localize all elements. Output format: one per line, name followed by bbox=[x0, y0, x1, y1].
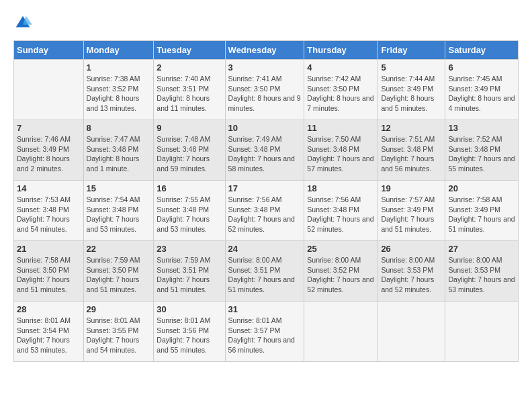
calendar-cell: 12Sunrise: 7:51 AM Sunset: 3:48 PM Dayli… bbox=[378, 120, 445, 181]
day-info: Sunrise: 7:50 AM Sunset: 3:48 PM Dayligh… bbox=[307, 134, 375, 174]
col-header-sunday: Sunday bbox=[14, 41, 84, 60]
calendar-cell: 23Sunrise: 7:59 AM Sunset: 3:51 PM Dayli… bbox=[154, 241, 225, 302]
calendar-cell: 14Sunrise: 7:53 AM Sunset: 3:48 PM Dayli… bbox=[14, 181, 84, 241]
day-info: Sunrise: 8:01 AM Sunset: 3:54 PM Dayligh… bbox=[17, 316, 81, 355]
day-info: Sunrise: 7:58 AM Sunset: 3:50 PM Dayligh… bbox=[17, 255, 81, 295]
calendar-cell: 13Sunrise: 7:52 AM Sunset: 3:48 PM Dayli… bbox=[445, 120, 519, 181]
day-number: 12 bbox=[381, 123, 442, 133]
calendar-cell: 9Sunrise: 7:48 AM Sunset: 3:48 PM Daylig… bbox=[154, 120, 225, 181]
calendar-cell: 24Sunrise: 8:00 AM Sunset: 3:51 PM Dayli… bbox=[225, 241, 304, 302]
calendar-cell: 20Sunrise: 7:58 AM Sunset: 3:49 PM Dayli… bbox=[445, 181, 519, 241]
logo bbox=[13, 13, 34, 32]
day-number: 24 bbox=[228, 244, 302, 254]
calendar-cell: 4Sunrise: 7:42 AM Sunset: 3:50 PM Daylig… bbox=[304, 60, 378, 120]
day-info: Sunrise: 8:00 AM Sunset: 3:53 PM Dayligh… bbox=[381, 255, 442, 295]
calendar-cell: 21Sunrise: 7:58 AM Sunset: 3:50 PM Dayli… bbox=[14, 241, 84, 302]
calendar-cell: 19Sunrise: 7:57 AM Sunset: 3:49 PM Dayli… bbox=[378, 181, 445, 241]
day-number: 28 bbox=[17, 304, 81, 314]
day-number: 14 bbox=[17, 183, 81, 193]
col-header-friday: Friday bbox=[378, 41, 445, 60]
day-number: 16 bbox=[157, 183, 222, 193]
calendar-cell: 2Sunrise: 7:40 AM Sunset: 3:51 PM Daylig… bbox=[154, 60, 225, 120]
day-info: Sunrise: 7:49 AM Sunset: 3:48 PM Dayligh… bbox=[228, 134, 302, 174]
calendar-cell: 1Sunrise: 7:38 AM Sunset: 3:52 PM Daylig… bbox=[83, 60, 154, 120]
day-info: Sunrise: 7:48 AM Sunset: 3:48 PM Dayligh… bbox=[157, 134, 222, 174]
calendar-cell: 25Sunrise: 8:00 AM Sunset: 3:52 PM Dayli… bbox=[304, 241, 378, 302]
day-number: 25 bbox=[307, 244, 375, 254]
day-info: Sunrise: 7:40 AM Sunset: 3:51 PM Dayligh… bbox=[157, 74, 222, 113]
day-number: 26 bbox=[381, 244, 442, 254]
day-info: Sunrise: 8:01 AM Sunset: 3:57 PM Dayligh… bbox=[228, 316, 302, 355]
week-row-1: 7Sunrise: 7:46 AM Sunset: 3:49 PM Daylig… bbox=[14, 120, 519, 181]
week-row-4: 28Sunrise: 8:01 AM Sunset: 3:54 PM Dayli… bbox=[14, 302, 519, 362]
calendar-cell: 11Sunrise: 7:50 AM Sunset: 3:48 PM Dayli… bbox=[304, 120, 378, 181]
day-number: 10 bbox=[228, 123, 302, 133]
day-number: 29 bbox=[87, 304, 151, 314]
day-number: 3 bbox=[228, 62, 302, 73]
calendar-cell: 17Sunrise: 7:56 AM Sunset: 3:48 PM Dayli… bbox=[225, 181, 304, 241]
week-row-3: 21Sunrise: 7:58 AM Sunset: 3:50 PM Dayli… bbox=[14, 241, 519, 302]
day-info: Sunrise: 7:42 AM Sunset: 3:50 PM Dayligh… bbox=[307, 74, 375, 113]
day-number: 4 bbox=[307, 62, 375, 73]
day-info: Sunrise: 7:57 AM Sunset: 3:49 PM Dayligh… bbox=[381, 195, 442, 234]
calendar-cell: 30Sunrise: 8:01 AM Sunset: 3:56 PM Dayli… bbox=[154, 302, 225, 362]
calendar-cell: 18Sunrise: 7:56 AM Sunset: 3:48 PM Dayli… bbox=[304, 181, 378, 241]
day-info: Sunrise: 7:46 AM Sunset: 3:49 PM Dayligh… bbox=[17, 134, 81, 174]
calendar-cell: 26Sunrise: 8:00 AM Sunset: 3:53 PM Dayli… bbox=[378, 241, 445, 302]
calendar-header-row: SundayMondayTuesdayWednesdayThursdayFrid… bbox=[14, 41, 519, 60]
col-header-saturday: Saturday bbox=[445, 41, 519, 60]
day-info: Sunrise: 7:45 AM Sunset: 3:49 PM Dayligh… bbox=[448, 74, 515, 113]
col-header-wednesday: Wednesday bbox=[225, 41, 304, 60]
day-info: Sunrise: 7:58 AM Sunset: 3:49 PM Dayligh… bbox=[448, 195, 515, 234]
col-header-monday: Monday bbox=[83, 41, 154, 60]
day-info: Sunrise: 8:01 AM Sunset: 3:56 PM Dayligh… bbox=[157, 316, 222, 355]
day-number: 6 bbox=[448, 62, 515, 73]
logo-icon bbox=[13, 13, 32, 32]
day-number: 1 bbox=[87, 62, 151, 73]
day-info: Sunrise: 7:51 AM Sunset: 3:48 PM Dayligh… bbox=[381, 134, 442, 174]
day-info: Sunrise: 7:59 AM Sunset: 3:50 PM Dayligh… bbox=[87, 255, 151, 295]
calendar-cell: 27Sunrise: 8:00 AM Sunset: 3:53 PM Dayli… bbox=[445, 241, 519, 302]
week-row-2: 14Sunrise: 7:53 AM Sunset: 3:48 PM Dayli… bbox=[14, 181, 519, 241]
calendar-cell: 8Sunrise: 7:47 AM Sunset: 3:48 PM Daylig… bbox=[83, 120, 154, 181]
calendar-cell: 31Sunrise: 8:01 AM Sunset: 3:57 PM Dayli… bbox=[225, 302, 304, 362]
day-number: 31 bbox=[228, 304, 302, 314]
day-info: Sunrise: 8:01 AM Sunset: 3:55 PM Dayligh… bbox=[87, 316, 151, 355]
day-info: Sunrise: 7:55 AM Sunset: 3:48 PM Dayligh… bbox=[157, 195, 222, 234]
calendar-cell: 28Sunrise: 8:01 AM Sunset: 3:54 PM Dayli… bbox=[14, 302, 84, 362]
day-number: 19 bbox=[381, 183, 442, 193]
day-number: 5 bbox=[381, 62, 442, 73]
calendar-cell: 15Sunrise: 7:54 AM Sunset: 3:48 PM Dayli… bbox=[83, 181, 154, 241]
day-info: Sunrise: 7:52 AM Sunset: 3:48 PM Dayligh… bbox=[448, 134, 515, 174]
day-number: 18 bbox=[307, 183, 375, 193]
day-number: 17 bbox=[228, 183, 302, 193]
day-info: Sunrise: 7:44 AM Sunset: 3:49 PM Dayligh… bbox=[381, 74, 442, 113]
week-row-0: 1Sunrise: 7:38 AM Sunset: 3:52 PM Daylig… bbox=[14, 60, 519, 120]
day-info: Sunrise: 7:41 AM Sunset: 3:50 PM Dayligh… bbox=[228, 74, 302, 113]
day-number: 11 bbox=[307, 123, 375, 133]
calendar-table: SundayMondayTuesdayWednesdayThursdayFrid… bbox=[13, 40, 519, 362]
day-number: 15 bbox=[87, 183, 151, 193]
calendar-cell bbox=[14, 60, 84, 120]
calendar-cell: 22Sunrise: 7:59 AM Sunset: 3:50 PM Dayli… bbox=[83, 241, 154, 302]
day-info: Sunrise: 7:53 AM Sunset: 3:48 PM Dayligh… bbox=[17, 195, 81, 234]
day-number: 23 bbox=[157, 244, 222, 254]
calendar-cell bbox=[304, 302, 378, 362]
day-number: 7 bbox=[17, 123, 81, 133]
calendar-cell: 29Sunrise: 8:01 AM Sunset: 3:55 PM Dayli… bbox=[83, 302, 154, 362]
day-number: 22 bbox=[87, 244, 151, 254]
day-number: 2 bbox=[157, 62, 222, 73]
calendar-cell bbox=[445, 302, 519, 362]
calendar-cell: 6Sunrise: 7:45 AM Sunset: 3:49 PM Daylig… bbox=[445, 60, 519, 120]
calendar-cell: 3Sunrise: 7:41 AM Sunset: 3:50 PM Daylig… bbox=[225, 60, 304, 120]
calendar-cell: 10Sunrise: 7:49 AM Sunset: 3:48 PM Dayli… bbox=[225, 120, 304, 181]
day-info: Sunrise: 8:00 AM Sunset: 3:53 PM Dayligh… bbox=[448, 255, 515, 295]
calendar-cell: 16Sunrise: 7:55 AM Sunset: 3:48 PM Dayli… bbox=[154, 181, 225, 241]
calendar-cell: 7Sunrise: 7:46 AM Sunset: 3:49 PM Daylig… bbox=[14, 120, 84, 181]
day-number: 30 bbox=[157, 304, 222, 314]
day-number: 8 bbox=[87, 123, 151, 133]
calendar-cell bbox=[378, 302, 445, 362]
day-number: 27 bbox=[448, 244, 515, 254]
day-info: Sunrise: 7:38 AM Sunset: 3:52 PM Dayligh… bbox=[87, 74, 151, 113]
day-number: 21 bbox=[17, 244, 81, 254]
